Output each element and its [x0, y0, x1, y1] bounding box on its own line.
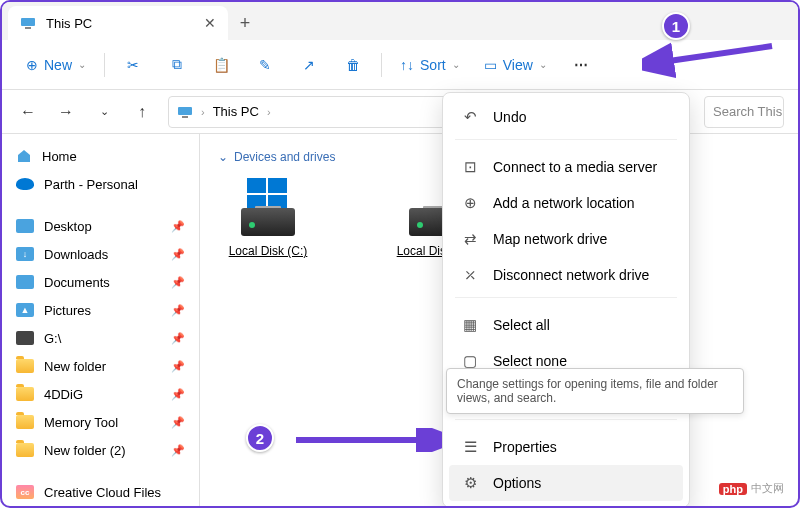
download-icon: ↓ — [16, 247, 34, 261]
drive-label: Local Disk (C:) — [218, 244, 318, 258]
menu-item-netloc[interactable]: ⊕Add a network location — [449, 185, 683, 221]
cut-button[interactable]: ✂ — [113, 48, 153, 82]
share-icon: ↗ — [303, 57, 315, 73]
cloud-icon — [16, 178, 34, 190]
sidebar-item-personal[interactable]: Parth - Personal — [8, 170, 193, 198]
svg-rect-0 — [21, 18, 35, 26]
share-button[interactable]: ↗ — [289, 48, 329, 82]
forward-button[interactable]: → — [54, 100, 78, 124]
pin-icon: 📌 — [171, 332, 185, 345]
sidebar-item-folder[interactable]: 4DDiG📌 — [8, 380, 193, 408]
menu-item-disconnect[interactable]: ⤫Disconnect network drive — [449, 257, 683, 293]
pin-icon: 📌 — [171, 220, 185, 233]
search-placeholder: Search This PC — [713, 104, 784, 119]
drive-c[interactable]: Local Disk (C:) — [218, 174, 318, 258]
menu-item-label: Disconnect network drive — [493, 267, 649, 283]
sidebar-item-folder[interactable]: New folder📌 — [8, 352, 193, 380]
sidebar-item-label: Pictures — [44, 303, 91, 318]
tab-this-pc[interactable]: This PC ✕ — [8, 6, 228, 40]
svg-line-4 — [662, 46, 772, 62]
plus-circle-icon: ⊕ — [26, 57, 38, 73]
desktop-icon — [16, 219, 34, 233]
drive-icon — [16, 331, 34, 345]
sort-icon: ↑↓ — [400, 57, 414, 73]
sort-button[interactable]: ↑↓ Sort ⌄ — [390, 48, 470, 82]
folder-icon — [16, 443, 34, 457]
watermark: php中文网 — [713, 479, 790, 498]
home-icon — [16, 149, 32, 163]
sidebar-item-label: New folder — [44, 359, 106, 374]
sidebar-item-pictures[interactable]: ▲Pictures📌 — [8, 296, 193, 324]
paste-button[interactable]: 📋 — [201, 48, 241, 82]
view-button[interactable]: ▭ View ⌄ — [474, 48, 557, 82]
scissors-icon: ✂ — [127, 57, 139, 73]
rename-button[interactable]: ✎ — [245, 48, 285, 82]
undo-icon: ↶ — [461, 108, 479, 126]
watermark-text: 中文网 — [751, 481, 784, 496]
new-button[interactable]: ⊕ New ⌄ — [16, 48, 96, 82]
chevron-right-icon: › — [201, 106, 205, 118]
menu-item-select-all[interactable]: ▦Select all — [449, 307, 683, 343]
sort-label: Sort — [420, 57, 446, 73]
menu-item-label: Properties — [493, 439, 557, 455]
pc-icon — [20, 17, 36, 29]
trash-icon: 🗑 — [346, 57, 360, 73]
breadcrumb-item[interactable]: This PC — [213, 104, 259, 119]
sidebar-item-home[interactable]: Home — [8, 142, 193, 170]
pictures-icon: ▲ — [16, 303, 34, 317]
drive-icon — [237, 174, 299, 236]
close-icon[interactable]: ✕ — [204, 15, 216, 31]
svg-rect-3 — [182, 116, 188, 118]
sidebar-item-gdrive[interactable]: G:\📌 — [8, 324, 193, 352]
back-button[interactable]: ← — [16, 100, 40, 124]
pin-icon: 📌 — [171, 248, 185, 261]
sidebar-item-documents[interactable]: Documents📌 — [8, 268, 193, 296]
sidebar: Home Parth - Personal Desktop📌 ↓Download… — [2, 134, 200, 506]
search-input[interactable]: Search This PC — [704, 96, 784, 128]
sidebar-item-folder[interactable]: Memory Tool📌 — [8, 408, 193, 436]
menu-item-label: Add a network location — [493, 195, 635, 211]
sidebar-item-downloads[interactable]: ↓Downloads📌 — [8, 240, 193, 268]
annotation-badge-2: 2 — [246, 424, 274, 452]
annotation-arrow-1 — [642, 40, 782, 80]
document-icon — [16, 275, 34, 289]
tooltip-text: Change settings for opening items, file … — [457, 377, 718, 405]
disconnect-icon: ⤫ — [461, 266, 479, 284]
context-menu: ↶Undo ⊡Connect to a media server ⊕Add a … — [442, 92, 690, 508]
annotation-arrow-2 — [292, 428, 442, 452]
properties-icon: ☰ — [461, 438, 479, 456]
media-server-icon: ⊡ — [461, 158, 479, 176]
menu-item-media[interactable]: ⊡Connect to a media server — [449, 149, 683, 185]
creative-cloud-icon: cc — [16, 485, 34, 499]
sidebar-item-label: Downloads — [44, 247, 108, 262]
menu-item-label: Select all — [493, 317, 550, 333]
menu-item-undo[interactable]: ↶Undo — [449, 99, 683, 135]
up-button[interactable]: ↑ — [130, 100, 154, 124]
menu-item-properties[interactable]: ☰Properties — [449, 429, 683, 465]
pin-icon: 📌 — [171, 360, 185, 373]
pin-icon: 📌 — [171, 388, 185, 401]
menu-item-label: Select none — [493, 353, 567, 369]
menu-item-label: Options — [493, 475, 541, 491]
pin-icon: 📌 — [171, 444, 185, 457]
sidebar-item-cc[interactable]: ccCreative Cloud Files — [8, 478, 193, 506]
pin-icon: 📌 — [171, 416, 185, 429]
svg-rect-2 — [178, 107, 192, 115]
folder-icon — [16, 415, 34, 429]
pin-icon: 📌 — [171, 304, 185, 317]
menu-item-map[interactable]: ⇄Map network drive — [449, 221, 683, 257]
sidebar-item-label: 4DDiG — [44, 387, 83, 402]
new-tab-button[interactable]: + — [228, 6, 262, 40]
menu-item-options[interactable]: ⚙Options — [449, 465, 683, 501]
menu-item-label: Undo — [493, 109, 526, 125]
sidebar-item-label: Memory Tool — [44, 415, 118, 430]
menu-item-label: Map network drive — [493, 231, 607, 247]
more-button[interactable]: ⋯ — [561, 48, 601, 82]
sidebar-item-desktop[interactable]: Desktop📌 — [8, 212, 193, 240]
menu-item-label: Connect to a media server — [493, 159, 657, 175]
sidebar-item-label: Documents — [44, 275, 110, 290]
delete-button[interactable]: 🗑 — [333, 48, 373, 82]
recent-button[interactable]: ⌄ — [92, 100, 116, 124]
copy-button[interactable]: ⧉ — [157, 48, 197, 82]
sidebar-item-folder[interactable]: New folder (2)📌 — [8, 436, 193, 464]
